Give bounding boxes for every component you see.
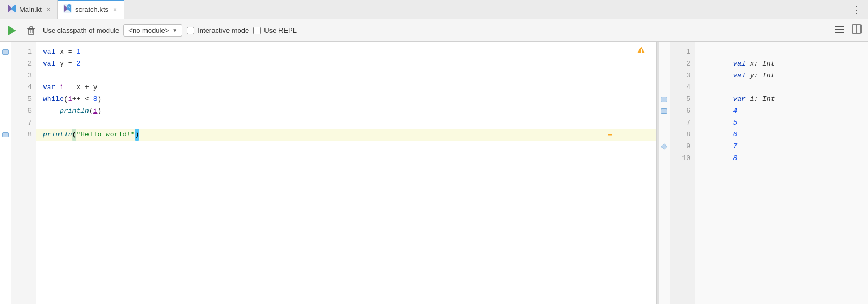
fn-println-8: println xyxy=(43,129,72,141)
scratch-gutter-8 xyxy=(659,129,670,141)
tab-scratch-kts[interactable]: S scratch.kts × xyxy=(58,0,124,19)
s-colon-4: : xyxy=(754,95,762,103)
scratch-gutter-2 xyxy=(659,58,670,70)
s-kw-val-1: val xyxy=(733,60,749,68)
kw-val-2: val xyxy=(43,58,60,70)
line-num-7: 7 xyxy=(11,117,32,129)
code-line-8: println("Hello world!") xyxy=(36,129,656,141)
editor-code-area[interactable]: val x = 1 ! val y = 2 var i = x + y xyxy=(36,42,656,304)
delete-button[interactable] xyxy=(24,23,39,38)
breakpoint-square-icon-1 xyxy=(2,49,9,55)
scratch-line-num-4: 4 xyxy=(670,82,690,93)
kw-val-1: val xyxy=(43,46,60,58)
scratch-line-num-3: 3 xyxy=(670,70,690,82)
var-i-while: i xyxy=(68,93,72,105)
tab-main-kt-label: Main.kt xyxy=(19,5,42,13)
run-button[interactable] xyxy=(4,23,19,38)
kebab-menu-icon[interactable]: ⋮ xyxy=(852,4,862,16)
code-line-2: val y = 2 xyxy=(36,58,656,70)
line-num-3: 3 xyxy=(11,70,32,82)
s-num-7: 7 xyxy=(733,142,737,150)
var-x: x = xyxy=(60,46,76,58)
gutter-cell-6 xyxy=(0,105,11,117)
fn-println-6: println xyxy=(60,105,89,117)
gutter-cell-5 xyxy=(0,93,11,105)
line-num-4: 4 xyxy=(11,82,32,93)
indent-6 xyxy=(43,105,60,117)
s-num-8: 8 xyxy=(733,154,737,162)
scratch-gutter-5 xyxy=(659,93,670,105)
while-rest: ++ < xyxy=(72,93,93,105)
kotlin-file-icon xyxy=(8,4,16,15)
svg-rect-10 xyxy=(30,27,33,28)
scratch-gutter-1 xyxy=(659,46,670,58)
num-8: 8 xyxy=(93,93,98,105)
kw-while: while xyxy=(43,93,64,105)
s-num-6: 6 xyxy=(733,131,737,139)
scratch-gutter-4 xyxy=(659,82,670,93)
scratch-bp-diamond-9 xyxy=(661,143,667,150)
editor-pane[interactable]: 1 2 3 4 5 6 7 8 val x = 1 ! xyxy=(0,42,657,304)
scratch-gutter-9 xyxy=(659,141,670,153)
scratch-gutter-6 xyxy=(659,105,670,117)
breakpoint-square-icon-8 xyxy=(2,132,9,137)
line-num-6: 6 xyxy=(11,105,32,117)
line-num-2: 2 xyxy=(11,58,32,70)
code-line-5: while(i++ < 8) xyxy=(36,93,656,105)
svg-rect-8 xyxy=(28,29,34,34)
tab-bar-right: ⋮ xyxy=(852,4,866,16)
scratch-line-numbers: 1 2 3 4 5 6 7 8 9 10 xyxy=(670,42,695,304)
s-num-5: 5 xyxy=(733,119,737,127)
code-line-1: val x = 1 ! xyxy=(36,46,656,58)
scratch-bp-5 xyxy=(661,97,667,102)
scratch-bp-6 xyxy=(661,108,667,114)
svg-text:!: ! xyxy=(641,48,642,54)
scratch-pane: 1 2 3 4 5 6 7 8 9 10 val x: Int val y: I… xyxy=(659,42,868,304)
interactive-mode-label: Interactive mode xyxy=(197,26,249,34)
tab-scratch-kts-label: scratch.kts xyxy=(75,5,108,13)
layout-icon xyxy=(852,24,862,34)
interactive-mode-group[interactable]: Interactive mode xyxy=(187,26,249,34)
s-kw-val-2: val xyxy=(733,71,749,79)
interactive-mode-checkbox[interactable] xyxy=(187,27,194,34)
var-i: i xyxy=(60,82,64,93)
line-num-8: 8 xyxy=(11,129,32,141)
var-i-println: i xyxy=(93,105,98,117)
scratch-line-num-10: 10 xyxy=(670,153,690,164)
paren-i-open: ( xyxy=(89,105,93,117)
tab-main-kt[interactable]: Main.kt × xyxy=(2,0,58,19)
str-hello: "Hello world!" xyxy=(76,129,135,141)
scratch-file-icon: S xyxy=(63,4,72,15)
var-y-eq: y = xyxy=(60,58,76,70)
scratch-line-num-5: 5 xyxy=(670,93,690,105)
num-2: 2 xyxy=(76,58,80,70)
use-repl-checkbox[interactable] xyxy=(253,27,261,34)
scratch-gutter-7 xyxy=(659,117,670,129)
hamburger-icon xyxy=(835,26,844,33)
line-num-1: 1 xyxy=(11,46,32,58)
tab-main-kt-close[interactable]: × xyxy=(45,5,52,14)
trash-icon xyxy=(26,26,36,35)
tab-bar: Main.kt × S scratch.kts × ⋮ xyxy=(0,0,868,19)
scratch-code-line-1: val x: Int xyxy=(695,46,868,58)
scratch-gutter xyxy=(659,42,670,304)
toolbar-right xyxy=(833,23,864,38)
kw-var: var xyxy=(43,82,60,93)
editor-gutter xyxy=(0,42,11,304)
eq-x: = x + y xyxy=(64,82,97,93)
scratch-gutter-3 xyxy=(659,70,670,82)
cursor-8: ) xyxy=(135,129,139,141)
paren-i-close: ) xyxy=(97,105,101,117)
code-line-6: println(i) xyxy=(36,105,656,117)
module-dropdown[interactable]: <no module> ▼ xyxy=(123,24,182,37)
s-type-int-4: Int xyxy=(762,95,775,103)
num-1: 1 xyxy=(76,46,80,58)
use-repl-group[interactable]: Use REPL xyxy=(253,26,297,34)
scratch-gutter-10 xyxy=(659,153,670,164)
s-num-4: 4 xyxy=(733,107,737,115)
hamburger-menu-button[interactable] xyxy=(833,24,847,37)
s-type-int-1: Int xyxy=(762,60,775,68)
layout-toggle-button[interactable] xyxy=(850,23,864,38)
s-colon-1: : xyxy=(754,60,762,68)
tab-scratch-kts-close[interactable]: × xyxy=(112,5,119,14)
